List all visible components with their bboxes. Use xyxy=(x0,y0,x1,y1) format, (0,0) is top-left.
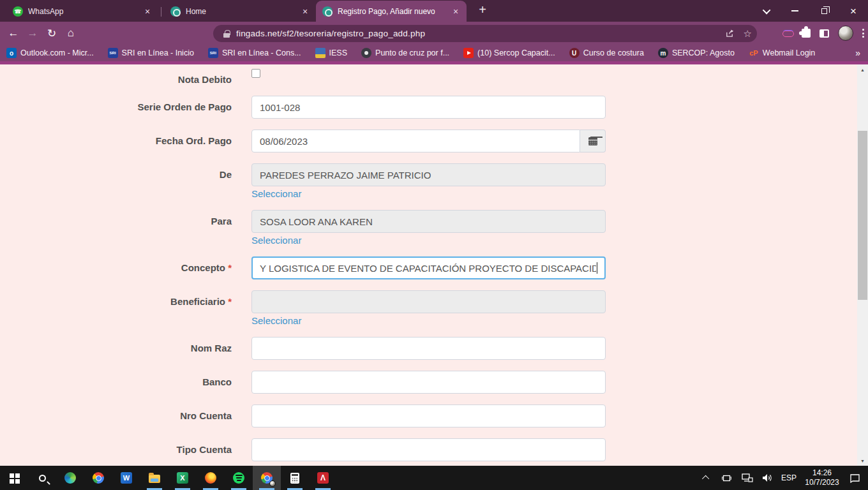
hidden-icons-chevron[interactable] xyxy=(700,466,714,490)
de-input xyxy=(251,163,606,186)
network-icon[interactable] xyxy=(740,466,754,490)
reload-button[interactable]: ↻ xyxy=(42,24,61,43)
bookmark-curso-costura[interactable]: U Curso de costura xyxy=(569,48,644,58)
tab-search-button[interactable] xyxy=(754,0,780,22)
taskbar-word[interactable]: W xyxy=(112,466,140,490)
taskbar-chrome-pinned[interactable] xyxy=(84,466,112,490)
fingads-favicon-icon xyxy=(170,6,181,17)
nota-debito-checkbox[interactable] xyxy=(251,69,260,78)
clock[interactable]: 14:26 10/7/2023 xyxy=(803,468,841,487)
taskbar-spotify[interactable] xyxy=(225,466,253,490)
tab-registro-pago-active[interactable]: Registro Pago, Añadir nuevo × xyxy=(316,1,467,22)
tab-label: Home xyxy=(186,7,299,16)
taskbar-search-button[interactable] xyxy=(28,466,56,490)
start-button[interactable] xyxy=(0,466,28,490)
forward-button[interactable]: → xyxy=(23,24,42,43)
text-caret xyxy=(597,262,597,274)
taskbar-firefox[interactable] xyxy=(197,466,225,490)
bookmark-star-icon[interactable]: ☆ xyxy=(744,28,752,40)
vertical-scrollbar[interactable]: ▲ ▼ xyxy=(857,64,868,466)
tab-close-icon[interactable]: × xyxy=(450,6,461,17)
bookmark-punto-de-cruz[interactable]: Punto de cruz por f... xyxy=(361,48,449,58)
nro-cuenta-label: Nro Cuenta xyxy=(0,410,232,421)
fingads-favicon-icon xyxy=(322,6,333,17)
required-asterisk: * xyxy=(228,262,232,273)
home-button[interactable]: ⌂ xyxy=(61,24,80,43)
sercop-icon: m xyxy=(658,48,668,58)
bookmark-label: Outlook.com - Micr... xyxy=(20,48,94,57)
bookmark-outlook[interactable]: o Outlook.com - Micr... xyxy=(6,48,94,58)
notification-center-button[interactable] xyxy=(848,466,862,490)
tipo-cuenta-input[interactable] xyxy=(251,438,606,461)
nro-cuenta-input[interactable] xyxy=(251,405,606,427)
bookmark-sercop-youtube[interactable]: (10) Sercop Capacit... xyxy=(463,48,555,58)
lock-icon[interactable] xyxy=(223,30,230,38)
minimize-button[interactable] xyxy=(780,0,809,22)
bookmark-label: Punto de cruz por f... xyxy=(375,48,449,57)
beneficiario-seleccionar-link[interactable]: Seleccionar xyxy=(251,315,301,326)
tab-close-icon[interactable]: × xyxy=(299,6,311,17)
browser-toolbar: ← → ↻ ⌂ fingads.net/sf2/tesoreria/regist… xyxy=(0,22,868,45)
taskbar-calculator[interactable] xyxy=(281,466,309,490)
bookmark-webmail[interactable]: cP Webmail Login xyxy=(749,48,815,58)
cpanel-icon: cP xyxy=(749,48,759,58)
chevron-up-icon xyxy=(702,475,709,482)
address-bar[interactable]: fingads.net/sf2/tesoreria/registro_pago_… xyxy=(213,25,757,42)
tab-whatsapp[interactable]: ☎ WhatsApp × xyxy=(6,1,158,22)
chrome-icon xyxy=(93,472,104,484)
close-window-button[interactable]: × xyxy=(839,0,868,22)
restore-icon xyxy=(821,8,827,14)
tab-close-icon[interactable]: × xyxy=(142,6,153,17)
side-panel-icon[interactable] xyxy=(819,29,829,38)
taskbar-pdf-reader[interactable]: Λ xyxy=(309,466,337,490)
sri-icon: SRI xyxy=(108,48,118,58)
concepto-label-text: Concepto xyxy=(181,262,225,273)
bookmark-label: Curso de costura xyxy=(583,48,644,57)
new-tab-button[interactable]: + xyxy=(474,1,491,18)
taskbar-file-explorer[interactable] xyxy=(140,466,168,490)
calendar-icon xyxy=(588,137,597,145)
bookmark-sercop-agosto[interactable]: m SERCOP: Agosto xyxy=(658,48,735,58)
cast-status-icon[interactable] xyxy=(720,466,734,490)
tab-label: Registro Pago, Añadir nuevo xyxy=(338,7,450,16)
fecha-input[interactable] xyxy=(251,130,580,152)
file-explorer-icon xyxy=(149,475,160,483)
sri-icon: SRI xyxy=(208,48,218,58)
para-seleccionar-link[interactable]: Seleccionar xyxy=(251,235,301,246)
bookmark-sri-consultas[interactable]: SRI SRI en Línea - Cons... xyxy=(208,48,301,58)
scrollbar-thumb[interactable] xyxy=(858,131,867,300)
taskbar-excel[interactable]: X xyxy=(168,466,197,490)
bookmarks-overflow-button[interactable]: » xyxy=(855,45,860,61)
beneficiario-input xyxy=(251,290,606,313)
word-icon: W xyxy=(121,472,132,484)
calendar-button[interactable] xyxy=(580,130,606,152)
url-text[interactable]: fingads.net/sf2/tesoreria/registro_pago_… xyxy=(236,29,425,38)
language-indicator[interactable]: ESP xyxy=(781,473,797,482)
bookmark-sri-inicio[interactable]: SRI SRI en Línea - Inicio xyxy=(108,48,194,58)
profile-avatar[interactable] xyxy=(838,26,853,41)
concepto-input[interactable]: Y LOGISTICA DE EVENTO DE CAPACITACIÓN PR… xyxy=(251,256,606,279)
scroll-down-arrow[interactable]: ▼ xyxy=(857,456,868,466)
nom-raz-input[interactable] xyxy=(251,337,606,360)
excel-icon: X xyxy=(177,472,188,484)
calculator-icon xyxy=(290,473,299,484)
share-icon[interactable] xyxy=(725,29,735,38)
browser-menu-icon[interactable] xyxy=(862,29,864,38)
extensions-puzzle-icon[interactable] xyxy=(802,29,811,38)
minimize-icon xyxy=(791,10,798,11)
de-seleccionar-link[interactable]: Seleccionar xyxy=(251,188,301,199)
taskbar-edge[interactable] xyxy=(56,466,84,490)
volume-icon[interactable] xyxy=(761,466,775,490)
restore-button[interactable] xyxy=(809,0,839,22)
tab-home[interactable]: Home × xyxy=(164,1,316,22)
youtube-icon xyxy=(463,48,474,58)
taskbar-chrome-active[interactable] xyxy=(253,466,281,490)
bookmark-iess[interactable]: IESS xyxy=(315,48,348,58)
serie-input[interactable] xyxy=(251,96,606,119)
extension-cloud-icon[interactable] xyxy=(782,30,793,37)
banco-input[interactable] xyxy=(251,371,606,394)
bookmark-label: SRI en Línea - Inicio xyxy=(122,48,194,57)
chevron-down-icon xyxy=(762,6,770,14)
scroll-up-arrow[interactable]: ▲ xyxy=(857,64,868,75)
back-button[interactable]: ← xyxy=(4,24,23,43)
